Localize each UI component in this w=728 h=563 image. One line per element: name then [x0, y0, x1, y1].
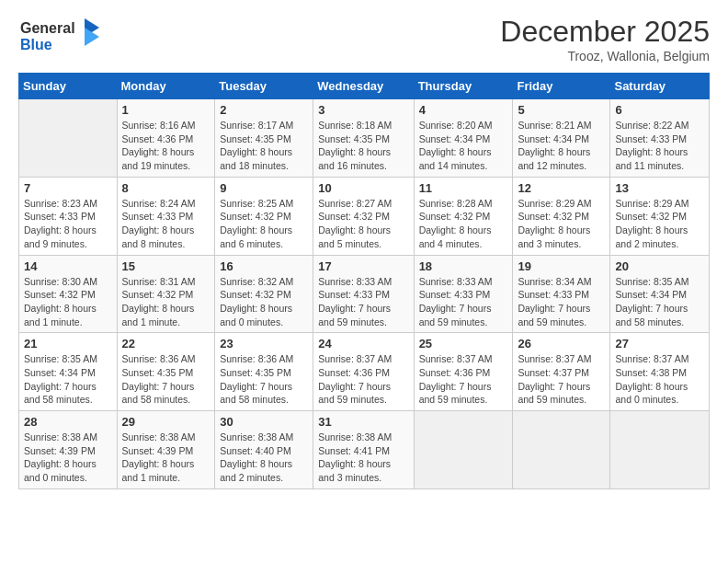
day-number: 9: [220, 181, 308, 195]
day-number: 14: [24, 259, 112, 273]
day-number: 7: [24, 181, 112, 195]
title-area: December 2025 Trooz, Wallonia, Belgium: [500, 15, 710, 63]
day-number: 6: [615, 103, 704, 117]
day-number: 3: [318, 103, 408, 117]
day-number: 30: [220, 415, 308, 429]
calendar-cell: 5Sunrise: 8:21 AMSunset: 4:34 PMDaylight…: [513, 99, 610, 178]
svg-text:Blue: Blue: [20, 37, 52, 52]
calendar-cell: [513, 411, 610, 489]
day-number: 19: [518, 259, 605, 273]
logo-area: General Blue: [18, 15, 101, 59]
day-info: Sunrise: 8:33 AMSunset: 4:33 PMDaylight:…: [318, 275, 408, 329]
day-number: 10: [318, 181, 408, 195]
weekday-header-row: SundayMondayTuesdayWednesdayThursdayFrid…: [19, 74, 710, 99]
day-info: Sunrise: 8:35 AMSunset: 4:34 PMDaylight:…: [24, 352, 112, 407]
calendar-cell: 7Sunrise: 8:23 AMSunset: 4:33 PMDaylight…: [19, 177, 118, 255]
day-info: Sunrise: 8:36 AMSunset: 4:35 PMDaylight:…: [220, 352, 308, 407]
weekday-header-tuesday: Tuesday: [215, 74, 313, 99]
calendar-cell: 9Sunrise: 8:25 AMSunset: 4:32 PMDaylight…: [215, 177, 313, 255]
day-number: 20: [615, 259, 704, 273]
day-info: Sunrise: 8:37 AMSunset: 4:36 PMDaylight:…: [419, 352, 508, 407]
calendar-cell: [414, 411, 513, 489]
day-info: Sunrise: 8:35 AMSunset: 4:34 PMDaylight:…: [615, 275, 704, 329]
day-number: 11: [419, 181, 508, 195]
day-info: Sunrise: 8:27 AMSunset: 4:32 PMDaylight:…: [318, 197, 408, 251]
calendar-cell: [610, 411, 710, 489]
day-info: Sunrise: 8:38 AMSunset: 4:39 PMDaylight:…: [122, 431, 210, 485]
day-info: Sunrise: 8:25 AMSunset: 4:32 PMDaylight:…: [220, 197, 308, 251]
week-row-3: 14Sunrise: 8:30 AMSunset: 4:32 PMDayligh…: [19, 255, 710, 333]
day-info: Sunrise: 8:20 AMSunset: 4:34 PMDaylight:…: [419, 119, 508, 173]
week-row-1: 1Sunrise: 8:16 AMSunset: 4:36 PMDaylight…: [19, 99, 710, 178]
week-row-5: 28Sunrise: 8:38 AMSunset: 4:39 PMDayligh…: [19, 411, 710, 489]
day-number: 4: [419, 103, 508, 117]
calendar-cell: 13Sunrise: 8:29 AMSunset: 4:32 PMDayligh…: [610, 177, 710, 255]
day-info: Sunrise: 8:24 AMSunset: 4:33 PMDaylight:…: [122, 197, 210, 251]
day-number: 26: [518, 337, 605, 350]
day-number: 21: [24, 337, 112, 350]
day-number: 2: [220, 103, 308, 117]
weekday-header-wednesday: Wednesday: [313, 74, 414, 99]
calendar-table: SundayMondayTuesdayWednesdayThursdayFrid…: [18, 73, 710, 489]
calendar-cell: 28Sunrise: 8:38 AMSunset: 4:39 PMDayligh…: [19, 411, 118, 489]
day-info: Sunrise: 8:29 AMSunset: 4:32 PMDaylight:…: [615, 197, 704, 251]
calendar-cell: 15Sunrise: 8:31 AMSunset: 4:32 PMDayligh…: [117, 255, 215, 333]
day-number: 31: [318, 415, 408, 429]
day-number: 12: [518, 181, 605, 195]
calendar-cell: 27Sunrise: 8:37 AMSunset: 4:38 PMDayligh…: [610, 333, 710, 411]
calendar-cell: 18Sunrise: 8:33 AMSunset: 4:33 PMDayligh…: [414, 255, 513, 333]
day-number: 15: [122, 259, 210, 273]
day-info: Sunrise: 8:21 AMSunset: 4:34 PMDaylight:…: [518, 119, 605, 173]
calendar-cell: 1Sunrise: 8:16 AMSunset: 4:36 PMDaylight…: [117, 99, 215, 178]
day-info: Sunrise: 8:33 AMSunset: 4:33 PMDaylight:…: [419, 275, 508, 329]
calendar-cell: 4Sunrise: 8:20 AMSunset: 4:34 PMDaylight…: [414, 99, 513, 178]
day-number: 5: [518, 103, 605, 117]
day-info: Sunrise: 8:37 AMSunset: 4:38 PMDaylight:…: [615, 352, 704, 407]
calendar-cell: 25Sunrise: 8:37 AMSunset: 4:36 PMDayligh…: [414, 333, 513, 411]
weekday-header-sunday: Sunday: [19, 74, 118, 99]
calendar-cell: 3Sunrise: 8:18 AMSunset: 4:35 PMDaylight…: [313, 99, 414, 178]
day-info: Sunrise: 8:29 AMSunset: 4:32 PMDaylight:…: [518, 197, 605, 251]
calendar-cell: 19Sunrise: 8:34 AMSunset: 4:33 PMDayligh…: [513, 255, 610, 333]
day-number: 16: [220, 259, 308, 273]
week-row-4: 21Sunrise: 8:35 AMSunset: 4:34 PMDayligh…: [19, 333, 710, 411]
day-number: 23: [220, 337, 308, 350]
header: General Blue December 2025 Trooz, Wallon…: [18, 15, 710, 63]
calendar-cell: 31Sunrise: 8:38 AMSunset: 4:41 PMDayligh…: [313, 411, 414, 489]
calendar-cell: 10Sunrise: 8:27 AMSunset: 4:32 PMDayligh…: [313, 177, 414, 255]
calendar-cell: [19, 99, 118, 178]
calendar-cell: 22Sunrise: 8:36 AMSunset: 4:35 PMDayligh…: [117, 333, 215, 411]
location-subtitle: Trooz, Wallonia, Belgium: [500, 49, 710, 63]
calendar-cell: 17Sunrise: 8:33 AMSunset: 4:33 PMDayligh…: [313, 255, 414, 333]
day-info: Sunrise: 8:36 AMSunset: 4:35 PMDaylight:…: [122, 352, 210, 407]
day-info: Sunrise: 8:34 AMSunset: 4:33 PMDaylight:…: [518, 275, 605, 329]
calendar-cell: 2Sunrise: 8:17 AMSunset: 4:35 PMDaylight…: [215, 99, 313, 178]
day-number: 28: [24, 415, 112, 429]
weekday-header-thursday: Thursday: [414, 74, 513, 99]
page: General Blue December 2025 Trooz, Wallon…: [0, 0, 728, 563]
weekday-header-monday: Monday: [117, 74, 215, 99]
calendar-cell: 23Sunrise: 8:36 AMSunset: 4:35 PMDayligh…: [215, 333, 313, 411]
day-number: 29: [122, 415, 210, 429]
calendar-cell: 20Sunrise: 8:35 AMSunset: 4:34 PMDayligh…: [610, 255, 710, 333]
calendar-cell: 30Sunrise: 8:38 AMSunset: 4:40 PMDayligh…: [215, 411, 313, 489]
day-number: 25: [419, 337, 508, 350]
day-info: Sunrise: 8:31 AMSunset: 4:32 PMDaylight:…: [122, 275, 210, 329]
calendar-cell: 11Sunrise: 8:28 AMSunset: 4:32 PMDayligh…: [414, 177, 513, 255]
day-number: 1: [122, 103, 210, 117]
calendar-cell: 26Sunrise: 8:37 AMSunset: 4:37 PMDayligh…: [513, 333, 610, 411]
calendar-cell: 8Sunrise: 8:24 AMSunset: 4:33 PMDaylight…: [117, 177, 215, 255]
day-info: Sunrise: 8:30 AMSunset: 4:32 PMDaylight:…: [24, 275, 112, 329]
calendar-cell: 12Sunrise: 8:29 AMSunset: 4:32 PMDayligh…: [513, 177, 610, 255]
weekday-header-friday: Friday: [513, 74, 610, 99]
day-info: Sunrise: 8:23 AMSunset: 4:33 PMDaylight:…: [24, 197, 112, 251]
day-number: 17: [318, 259, 408, 273]
day-info: Sunrise: 8:28 AMSunset: 4:32 PMDaylight:…: [419, 197, 508, 251]
day-number: 8: [122, 181, 210, 195]
day-number: 24: [318, 337, 408, 350]
day-info: Sunrise: 8:32 AMSunset: 4:32 PMDaylight:…: [220, 275, 308, 329]
week-row-2: 7Sunrise: 8:23 AMSunset: 4:33 PMDaylight…: [19, 177, 710, 255]
calendar-cell: 21Sunrise: 8:35 AMSunset: 4:34 PMDayligh…: [19, 333, 118, 411]
day-info: Sunrise: 8:22 AMSunset: 4:33 PMDaylight:…: [615, 119, 704, 173]
day-info: Sunrise: 8:38 AMSunset: 4:41 PMDaylight:…: [318, 431, 408, 485]
